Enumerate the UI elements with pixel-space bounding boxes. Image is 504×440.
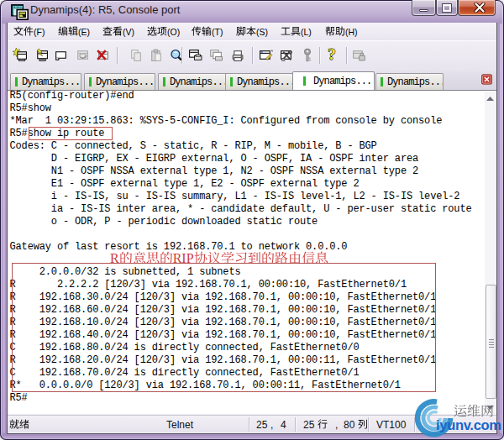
svg-text:?: ? [328, 48, 336, 62]
